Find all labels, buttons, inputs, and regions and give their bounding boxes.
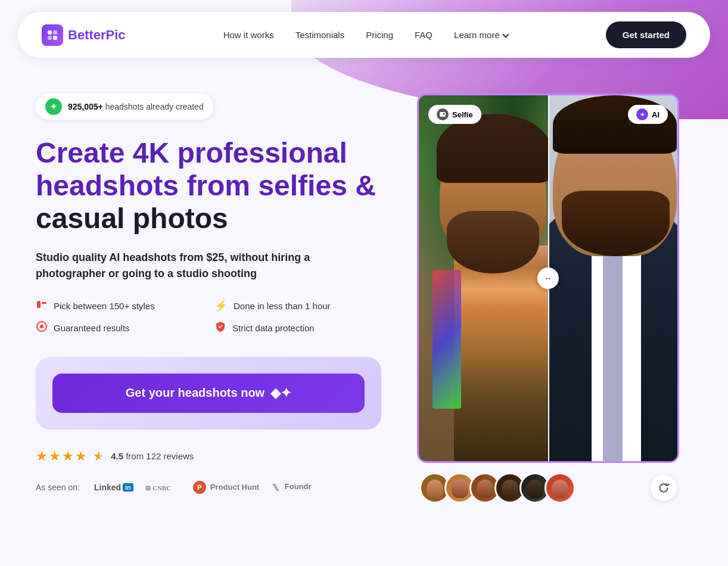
selfie-body-shape — [454, 245, 548, 461]
feature-guaranteed: Guaranteed results — [36, 321, 203, 335]
feature-styles: Pick between 150+ styles — [36, 298, 203, 313]
logo-text: BetterPic — [68, 27, 126, 43]
foundr-logo: Foundr — [271, 482, 311, 492]
svg-rect-3 — [53, 36, 57, 40]
headshots-badge: ✦ 925,005+ headshots already created — [36, 94, 213, 120]
ai-person — [548, 95, 677, 461]
selfie-hair-shape — [437, 114, 548, 184]
feature-speed: ⚡ Done in less than 1 hour — [214, 298, 381, 313]
logo[interactable]: BetterPic — [42, 24, 126, 46]
nav-item-learn-more[interactable]: Learn more — [454, 30, 508, 40]
selfie-beard-shape — [447, 211, 539, 273]
avatar-head-3 — [477, 480, 493, 498]
product-hunt-logo: P Product Hunt — [193, 481, 259, 494]
half-star-icon: ★ ★ — [93, 449, 106, 464]
badge-icon: ✦ — [45, 98, 62, 115]
avatar-head-4 — [502, 480, 518, 498]
ai-hair-shape — [553, 95, 677, 154]
avatar-row — [417, 472, 679, 503]
selfie-backpack — [433, 270, 461, 409]
linkedin-logo: Linked in — [94, 483, 133, 492]
review-text: 4.5 from 122 reviews — [111, 451, 194, 461]
svg-rect-4 — [37, 301, 41, 308]
star-rating: ★★★★ ★ ★ — [36, 449, 106, 464]
diamond-icon: ◆✦ — [270, 385, 291, 401]
cnbc-logo: ⊞ CNBC — [145, 481, 181, 493]
svg-rect-5 — [42, 302, 46, 304]
cta-button[interactable]: Get your headshots now ◆✦ — [52, 374, 365, 413]
svg-text:⊞ CNBC: ⊞ CNBC — [145, 484, 171, 492]
comparison-handle[interactable]: ↔ — [537, 268, 559, 289]
svg-rect-0 — [48, 30, 52, 35]
avatar-6 — [545, 472, 575, 503]
get-started-button[interactable]: Get started — [606, 21, 686, 48]
ai-label-icon: ✦ — [636, 108, 648, 120]
ai-beard-shape — [562, 191, 670, 257]
seen-on: As seen on: Linked in ⊞ CNBC P Product H… — [36, 481, 381, 494]
chevron-down-icon — [502, 31, 509, 38]
styles-icon — [36, 298, 48, 313]
avatar-head-1 — [427, 480, 443, 498]
avatar-head-5 — [527, 480, 543, 498]
selfie-person — [425, 114, 548, 461]
selfie-label-icon — [437, 108, 449, 120]
image-comparison: ↔ Selfie ✦ AI — [417, 94, 679, 463]
right-section: ↔ Selfie ✦ AI — [417, 94, 679, 503]
avatar-head-6 — [552, 480, 568, 498]
hero-headline: Create 4K professional headshots from se… — [36, 136, 381, 235]
shield-icon — [214, 321, 226, 335]
main-content: ✦ 925,005+ headshots already created Cre… — [0, 70, 728, 527]
ai-label: ✦ AI — [628, 105, 668, 124]
nav-item-faq[interactable]: FAQ — [415, 30, 433, 41]
feature-security: Strict data protection — [214, 321, 381, 335]
features-grid: Pick between 150+ styles ⚡ Done in less … — [36, 298, 381, 335]
user-avatars — [419, 472, 575, 503]
nav-item-pricing[interactable]: Pricing — [366, 30, 393, 41]
svg-point-7 — [40, 325, 43, 328]
svg-rect-9 — [440, 112, 446, 117]
seen-on-label: As seen on: — [36, 483, 80, 492]
nav-item-testimonials[interactable]: Testimonials — [295, 30, 345, 41]
svg-rect-2 — [48, 36, 52, 40]
avatar-face-6 — [546, 474, 574, 502]
hero-subtext: Studio quality AI headshots from $25, wi… — [36, 250, 381, 282]
selfie-image — [419, 95, 548, 461]
badge-text: 925,005+ headshots already created — [68, 102, 204, 111]
lightning-icon: ⚡ — [214, 299, 228, 312]
selfie-label: Selfie — [428, 105, 481, 124]
svg-point-10 — [443, 113, 445, 115]
cta-container: Get your headshots now ◆✦ — [36, 357, 381, 430]
nav-item-how-it-works[interactable]: How it works — [223, 30, 274, 41]
reviews-row: ★★★★ ★ ★ 4.5 from 122 reviews — [36, 449, 381, 464]
ai-image — [548, 95, 677, 461]
logo-icon — [42, 24, 63, 46]
refresh-button[interactable] — [651, 475, 677, 501]
seen-on-logos: Linked in ⊞ CNBC P Product Hunt — [94, 481, 312, 494]
guaranteed-icon — [36, 321, 48, 335]
ai-tie-shape — [603, 242, 623, 461]
avatar-head-2 — [452, 480, 468, 498]
nav-links: How it works Testimonials Pricing FAQ Le… — [223, 30, 508, 41]
navbar: BetterPic How it works Testimonials Pric… — [18, 12, 710, 58]
left-section: ✦ 925,005+ headshots already created Cre… — [36, 94, 381, 494]
svg-rect-1 — [53, 30, 57, 35]
